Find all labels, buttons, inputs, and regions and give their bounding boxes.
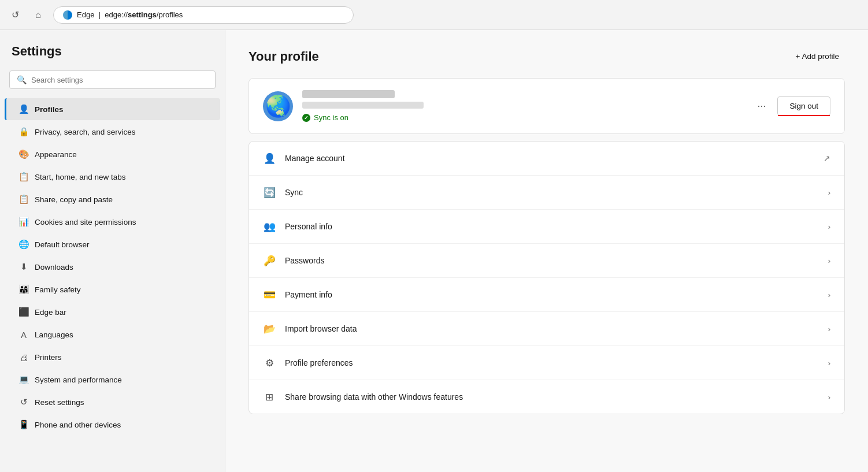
sidebar-item-label: Profiles (35, 105, 64, 114)
privacy-icon: 🔒 (18, 127, 29, 137)
sidebar-item-label: Share, copy and paste (35, 195, 113, 204)
profile-email-blurred (302, 102, 424, 109)
search-box[interactable]: 🔍 (9, 70, 216, 89)
add-profile-button[interactable]: + Add profile (790, 49, 845, 64)
appearance-icon: 🎨 (18, 149, 29, 159)
browser-bar: ↺ ⌂ Edge | edge://settings/profiles (0, 0, 868, 30)
start-home-icon: 📋 (18, 172, 29, 182)
downloads-icon: ⬇ (18, 262, 29, 272)
main-content: Your profile + Add profile 🌏 Sync is on … (225, 30, 868, 472)
profile-preferences-icon: ⚙ (263, 356, 276, 369)
chevron-right-icon: › (828, 359, 830, 367)
sidebar-item-privacy[interactable]: 🔒 Privacy, search, and services (5, 121, 220, 143)
languages-icon: A (18, 329, 29, 340)
settings-row-payment-info[interactable]: 💳 Payment info › (249, 278, 844, 312)
sidebar: Settings 🔍 👤 Profiles 🔒 Privacy, search,… (0, 30, 225, 472)
sidebar-item-system[interactable]: 💻 System and performance (5, 369, 220, 391)
sync-icon: 🔄 (263, 186, 276, 199)
default-browser-icon: 🌐 (18, 239, 29, 250)
sidebar-item-label: Edge bar (35, 308, 66, 317)
page-title: Your profile (248, 49, 319, 64)
printers-icon: 🖨 (18, 352, 29, 362)
share-copy-icon: 📋 (18, 194, 29, 205)
personal-info-icon: 👥 (263, 220, 276, 233)
sync-label: Sync (285, 188, 819, 197)
sidebar-item-label: Start, home, and new tabs (35, 173, 126, 181)
sign-out-button[interactable]: Sign out (777, 96, 830, 116)
personal-info-label: Personal info (285, 222, 819, 231)
settings-row-manage-account[interactable]: 👤 Manage account ↗ (249, 142, 844, 176)
profile-actions: ··· Sign out (752, 96, 830, 116)
sidebar-item-family-safety[interactable]: 👨‍👩‍👧 Family safety (5, 278, 220, 300)
search-icon: 🔍 (17, 75, 27, 84)
sidebar-item-start-home[interactable]: 📋 Start, home, and new tabs (5, 166, 220, 188)
external-link-icon: ↗ (824, 154, 830, 163)
family-safety-icon: 👨‍👩‍👧 (18, 284, 29, 295)
sidebar-item-downloads[interactable]: ⬇ Downloads (5, 256, 220, 278)
import-browser-data-icon: 📂 (263, 322, 276, 335)
sidebar-item-label: Default browser (35, 240, 90, 249)
address-text: Edge | edge://settings/profiles (77, 10, 183, 19)
cookies-icon: 📊 (18, 217, 29, 227)
profile-name-blurred (302, 90, 395, 98)
chevron-right-icon: › (828, 393, 830, 402)
sidebar-nav: 👤 Profiles 🔒 Privacy, search, and servic… (0, 98, 225, 436)
profile-info: Sync is on (302, 90, 743, 122)
chevron-right-icon: › (828, 188, 830, 197)
sidebar-item-label: Privacy, search, and services (35, 128, 136, 136)
sidebar-item-default-browser[interactable]: 🌐 Default browser (5, 233, 220, 255)
settings-row-passwords[interactable]: 🔑 Passwords › (249, 244, 844, 278)
browser-tab-label: Edge (77, 10, 94, 19)
phone-icon: 📱 (18, 419, 29, 430)
chevron-right-icon: › (828, 257, 830, 265)
home-button[interactable]: ⌂ (30, 7, 46, 23)
avatar: 🌏 (263, 91, 293, 121)
settings-row-sync[interactable]: 🔄 Sync › (249, 176, 844, 210)
sidebar-item-label: Phone and other devices (35, 421, 121, 429)
sidebar-item-reset[interactable]: ↺ Reset settings (5, 391, 220, 413)
manage-account-icon: 👤 (263, 152, 276, 165)
refresh-button[interactable]: ↺ (7, 7, 23, 23)
sidebar-item-share-copy[interactable]: 📋 Share, copy and paste (5, 188, 220, 210)
sidebar-item-label: Cookies and site permissions (35, 218, 136, 226)
settings-row-personal-info[interactable]: 👥 Personal info › (249, 210, 844, 244)
page-header: Your profile + Add profile (248, 49, 845, 64)
settings-row-profile-preferences[interactable]: ⚙ Profile preferences › (249, 346, 844, 380)
sidebar-item-phone[interactable]: 📱 Phone and other devices (5, 414, 220, 436)
sidebar-item-appearance[interactable]: 🎨 Appearance (5, 143, 220, 165)
chevron-right-icon: › (828, 291, 830, 299)
sidebar-item-label: Appearance (35, 150, 77, 159)
manage-account-label: Manage account (285, 154, 814, 163)
reset-icon: ↺ (18, 397, 29, 407)
share-browsing-label: Share browsing data with other Windows f… (285, 392, 819, 402)
sidebar-item-label: Family safety (35, 285, 81, 294)
settings-row-import-browser-data[interactable]: 📂 Import browser data › (249, 312, 844, 346)
sidebar-item-languages[interactable]: A Languages (5, 324, 220, 345)
settings-list: 👤 Manage account ↗ 🔄 Sync › 👥 Personal i… (248, 141, 845, 414)
sidebar-title: Settings (0, 44, 225, 70)
payment-info-icon: 💳 (263, 288, 276, 301)
sidebar-item-edge-bar[interactable]: ⬛ Edge bar (5, 301, 220, 323)
sync-status-label: Sync is on (314, 113, 348, 122)
import-browser-data-label: Import browser data (285, 324, 819, 333)
sidebar-item-printers[interactable]: 🖨 Printers (5, 346, 220, 368)
address-bar[interactable]: Edge | edge://settings/profiles (53, 6, 354, 24)
more-options-button[interactable]: ··· (752, 98, 770, 114)
sidebar-item-profiles[interactable]: 👤 Profiles (5, 98, 220, 120)
address-prefix: edge:// (105, 10, 128, 19)
sync-checkmark-icon (302, 114, 310, 122)
sidebar-item-label: Languages (35, 330, 73, 339)
address-settings: settings (128, 10, 157, 19)
share-browsing-icon: ⊞ (263, 391, 276, 403)
chevron-right-icon: › (828, 222, 830, 231)
profile-preferences-label: Profile preferences (285, 358, 819, 367)
settings-row-share-browsing[interactable]: ⊞ Share browsing data with other Windows… (249, 380, 844, 414)
avatar-globe-icon: 🌏 (265, 94, 291, 118)
passwords-label: Passwords (285, 256, 819, 265)
passwords-icon: 🔑 (263, 254, 276, 267)
sidebar-item-label: System and performance (35, 376, 122, 384)
search-input[interactable] (31, 76, 208, 84)
sidebar-item-cookies[interactable]: 📊 Cookies and site permissions (5, 211, 220, 233)
profile-card: 🌏 Sync is on ··· Sign out (248, 78, 845, 134)
sync-status: Sync is on (302, 113, 743, 122)
